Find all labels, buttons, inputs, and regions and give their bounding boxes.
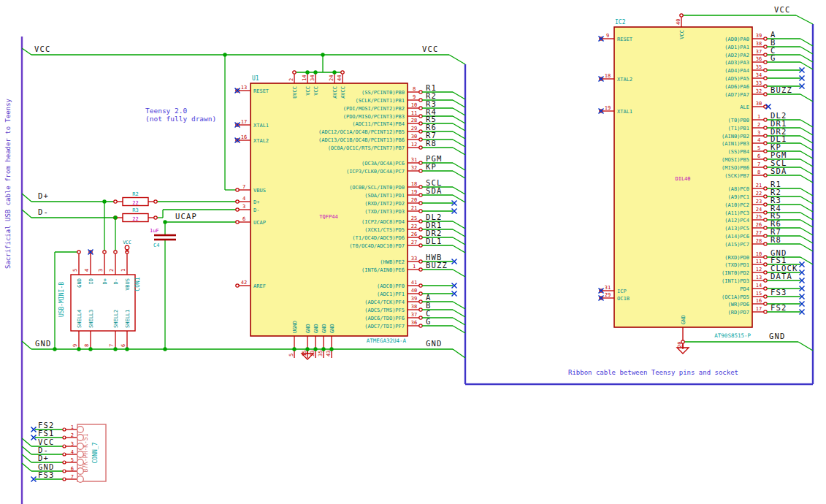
pin-end: [419, 91, 422, 93]
pin-end: [764, 279, 767, 282]
pin-number: 5: [757, 145, 760, 151]
net-label-GND[interactable]: GND: [426, 339, 443, 348]
component-c4[interactable]: 1uFC4: [150, 228, 176, 248]
pin-name: (INT0)PD2: [722, 270, 749, 276]
pin-name: GND: [77, 278, 83, 288]
pin-end: [764, 287, 767, 290]
net-label-D+[interactable]: D+: [38, 454, 49, 462]
pin-number: 24: [756, 207, 762, 213]
pin-conn7-7[interactable]: FS37: [31, 470, 84, 482]
pin-number: 23: [756, 199, 762, 205]
pin-name: GND: [313, 324, 319, 333]
pin-name: (OC1A)PD5: [722, 294, 749, 300]
pin-conn7-4[interactable]: D-4: [22, 446, 83, 457]
net-label-FS3[interactable]: FS3: [770, 288, 787, 297]
net-label-VCC[interactable]: VCC: [422, 45, 439, 53]
wire[interactable]: [796, 15, 813, 24]
pin-number: 3: [71, 441, 74, 447]
net-label-D+[interactable]: D+: [38, 191, 49, 200]
net-label-FS1[interactable]: FS1: [38, 429, 55, 438]
pin-name: XTAL1: [617, 109, 632, 115]
pin-end: [764, 226, 767, 229]
pin-number: 42: [241, 280, 247, 286]
pin-number: 43: [326, 351, 332, 356]
net-label-SDA[interactable]: SDA: [426, 186, 443, 195]
bus-entry-wire: [800, 196, 813, 204]
wire[interactable]: [22, 341, 31, 349]
net-label-VCC[interactable]: VCC: [34, 45, 51, 53]
net-label-DATA[interactable]: DATA: [770, 272, 792, 280]
wire[interactable]: [798, 342, 813, 351]
net-label-D-[interactable]: D-: [38, 207, 49, 216]
component-con1-usb-mini-b[interactable]: CON1USB-MINI-B5GND4ID3D+2D-1VBUS9SHELL48…: [58, 250, 141, 350]
bus-entry-wire: [800, 220, 813, 227]
bus-entry-wire: [800, 128, 813, 135]
pin-name: (A14)PC6: [724, 234, 749, 240]
component-ic2[interactable]: IC2DIL40AT90S8515-P39(AD0)PA0A38(AD1)PA1…: [599, 15, 814, 349]
net-label-GND[interactable]: GND: [769, 332, 786, 340]
pin-end: [419, 210, 422, 213]
ref-r2: R2: [132, 191, 138, 197]
net-label-DL1[interactable]: DL1: [426, 237, 443, 245]
ref-con1: CON1: [134, 277, 141, 291]
net-label-R8[interactable]: R8: [770, 235, 781, 244]
pin-name: VCC: [313, 86, 319, 96]
pin-end: [63, 453, 66, 456]
bus-entry-wire: [800, 167, 813, 175]
wire[interactable]: [22, 194, 31, 202]
net-label-GND[interactable]: GND: [35, 339, 52, 348]
partname-ic2: AT90S8515-P: [714, 332, 751, 339]
component-r2[interactable]: R222: [114, 191, 157, 206]
net-label-FS3[interactable]: FS3: [38, 470, 55, 479]
pin-number: 11: [411, 110, 417, 116]
pin-number: 1: [757, 114, 760, 120]
wire[interactable]: [22, 48, 31, 55]
pin-name: D-: [113, 278, 119, 284]
connector-pin-circle: [77, 468, 84, 475]
component-r3[interactable]: R322: [114, 207, 157, 222]
pin-name: (TXD)PD1: [724, 262, 749, 268]
pin-number: 28: [756, 238, 762, 244]
pin-name: (ADC13/OC1B/OC4B/PCINT13)PB6: [318, 137, 405, 143]
pin-end: [419, 244, 422, 247]
net-label-BUZZ[interactable]: BUZZ: [770, 85, 792, 94]
bus-entry-wire: [800, 188, 813, 196]
pin-number: 9: [606, 33, 609, 39]
net-label-VCC[interactable]: VCC: [774, 5, 791, 14]
component-conn7[interactable]: CONN_7B7K-PH-K-S1FS21FS12VCC3D-4D+5GND6F…: [22, 421, 106, 482]
bus-entry-wire: [800, 62, 813, 69]
connector-pin-circle: [77, 459, 84, 466]
wire[interactable]: [22, 210, 31, 218]
component-u1[interactable]: U1TQFP44ATMEGA32U4-A8(SS/PCINT0)PB0R19(S…: [235, 72, 466, 358]
connector-pin-circle: [77, 451, 84, 458]
pin-name: UVCC: [292, 86, 298, 99]
pin-name: VCC: [305, 86, 311, 96]
pin-name: (ADC5/TMS)PF5: [364, 308, 405, 313]
pin-name: (RD)PD7: [727, 310, 749, 316]
wire[interactable]: [449, 55, 465, 64]
net-label-R8[interactable]: R8: [426, 139, 437, 148]
net-label-G[interactable]: G: [770, 53, 776, 62]
pin-number: 36: [411, 320, 417, 326]
net-label-BUZZ[interactable]: BUZZ: [426, 261, 448, 270]
net-label-G[interactable]: G: [426, 317, 432, 326]
pin-end: [103, 251, 106, 253]
pin-number: 6: [71, 466, 74, 472]
pin-end: [764, 126, 767, 129]
pin-name: (T1)PB1: [727, 126, 749, 131]
net-label-UCAP[interactable]: UCAP: [175, 212, 197, 221]
pin-number: 36: [756, 56, 762, 62]
net-label-KP[interactable]: KP: [426, 162, 437, 171]
pin-end: [236, 284, 239, 287]
pin-number: 20: [411, 197, 417, 203]
pin-name: ID: [88, 278, 94, 284]
pin-name: (HWB)PE2: [380, 259, 405, 265]
pin-end: [419, 146, 422, 149]
pin-end: [419, 292, 422, 295]
wire[interactable]: [453, 349, 465, 358]
pin-name: VCC: [679, 30, 685, 39]
bus-entry-wire: [453, 270, 465, 277]
net-label-SDA[interactable]: SDA: [770, 167, 787, 175]
pin-name: D-: [253, 207, 259, 213]
net-label-FS2[interactable]: FS2: [770, 303, 787, 312]
